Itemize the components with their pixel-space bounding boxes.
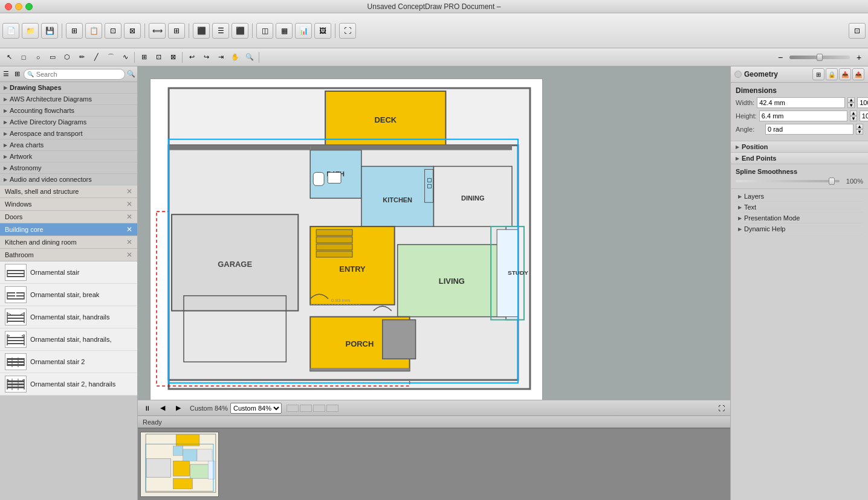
zoom-out-icon[interactable]: − — [774, 51, 787, 63]
insert-shape-button[interactable]: ◫ — [256, 23, 273, 39]
next-page-button[interactable]: ▶ — [172, 402, 185, 414]
search-input[interactable] — [24, 69, 125, 80]
undo-button[interactable]: ↩ — [185, 51, 198, 63]
position-section[interactable]: Position — [731, 141, 868, 153]
smoothness-thumb[interactable] — [829, 178, 835, 185]
height-down[interactable]: ▼ — [850, 116, 857, 121]
align-right-button[interactable]: ⬛ — [232, 23, 248, 39]
close-kitchen[interactable]: ✕ — [126, 238, 132, 246]
prev-page-button[interactable]: ◀ — [156, 402, 169, 414]
angle-down[interactable]: ▼ — [856, 129, 863, 135]
insert-table-button[interactable]: ▦ — [276, 23, 293, 39]
zoom-select[interactable]: Custom 84% 50% 75% 100% 150% — [230, 403, 282, 414]
page-nav-3[interactable] — [313, 405, 325, 412]
height-up[interactable]: ▲ — [850, 111, 857, 116]
insert-image-button[interactable]: 🖼 — [314, 23, 331, 39]
width-up[interactable]: ▲ — [847, 97, 855, 103]
page-nav-4[interactable] — [326, 405, 338, 412]
search-button[interactable]: 🔍 — [126, 68, 136, 80]
panel-list-view[interactable]: ☰ — [1, 68, 11, 80]
list-item[interactable]: Ornamental stair, break — [0, 284, 137, 306]
rp-icon-2[interactable]: 🔒 — [826, 68, 838, 80]
expand-button[interactable]: ⛶ — [714, 402, 728, 414]
list-item[interactable]: Ornamental stair, handrails — [0, 306, 137, 329]
subcategory-bathroom[interactable]: Bathroom ✕ — [0, 249, 137, 261]
line-tool[interactable]: ╱ — [89, 51, 103, 63]
new-doc-button[interactable]: 📄 — [2, 23, 19, 39]
zoom-slider[interactable] — [789, 56, 850, 59]
zoom-thumb[interactable] — [817, 54, 823, 61]
category-active-directory[interactable]: Active Directory Diagrams — [0, 117, 137, 128]
close-windows[interactable]: ✕ — [126, 200, 132, 208]
crop-tool[interactable]: ⊡ — [152, 51, 165, 63]
rounded-rect-tool[interactable]: ▭ — [46, 51, 59, 63]
copy-button[interactable]: ⊞ — [66, 23, 83, 39]
angle-stepper[interactable]: ▲ ▼ — [856, 124, 863, 135]
rp-icon-3[interactable]: 📥 — [839, 68, 851, 80]
category-area-charts[interactable]: Area charts — [0, 139, 137, 151]
pan-button[interactable]: ✋ — [228, 51, 242, 63]
width-stepper[interactable]: ▲ ▼ — [847, 97, 855, 108]
height-pct-input[interactable] — [860, 111, 868, 121]
width-input[interactable] — [757, 97, 845, 108]
layers-item[interactable]: Layers — [736, 191, 863, 202]
view-button[interactable]: ⊡ — [849, 23, 866, 39]
rp-icon-1[interactable]: ⊞ — [812, 68, 824, 80]
category-drawing-shapes[interactable]: Drawing Shapes — [0, 82, 137, 94]
category-artwork[interactable]: Artwork — [0, 151, 137, 162]
close-walls[interactable]: ✕ — [126, 187, 132, 196]
category-audio-video[interactable]: Audio and video connectors — [0, 174, 137, 185]
circle-tool[interactable]: ○ — [31, 51, 45, 63]
list-item[interactable]: Ornamental stair, handrails, — [0, 329, 137, 351]
flip-tool[interactable]: ⊠ — [166, 51, 180, 63]
pause-button[interactable]: ⏸ — [140, 402, 154, 414]
smoothness-slider[interactable] — [736, 180, 840, 182]
close-building-core[interactable]: ✕ — [126, 225, 132, 234]
bezier-tool[interactable]: ∿ — [118, 51, 132, 63]
select-tool[interactable]: ↖ — [2, 51, 16, 63]
category-astronomy[interactable]: Astronomy — [0, 162, 137, 174]
page-nav-2[interactable] — [300, 405, 312, 412]
subcategory-building-core[interactable]: Building core ✕ — [0, 223, 137, 236]
list-item[interactable]: Ornamental stair 2, handrails — [0, 373, 137, 396]
panel-grid-view[interactable]: ⊞ — [12, 68, 22, 80]
layout-button[interactable]: ⊞ — [168, 23, 185, 39]
angle-input[interactable] — [765, 124, 853, 135]
subcategory-kitchen[interactable]: Kitchen and dining room ✕ — [0, 236, 137, 249]
rp-icon-4[interactable]: 📤 — [852, 68, 864, 80]
close-doors[interactable]: ✕ — [126, 213, 132, 221]
height-input[interactable] — [759, 111, 847, 121]
zoom-in-tool[interactable]: 🔍 — [243, 51, 256, 63]
category-aws[interactable]: AWS Architecture Diagrams — [0, 94, 137, 105]
zoom-in-icon[interactable]: + — [852, 51, 866, 63]
canvas-scroll[interactable]: DECK BATH KITCHEN — [138, 66, 730, 400]
list-item[interactable]: Ornamental stair 2 — [0, 351, 137, 373]
rect-tool[interactable]: □ — [17, 51, 30, 63]
presentation-mode-item[interactable]: Presentation Mode — [736, 213, 863, 223]
text-item[interactable]: Text — [736, 202, 863, 213]
minimize-button[interactable] — [15, 3, 22, 10]
insert-chart-button[interactable]: 📊 — [295, 23, 312, 39]
scale-tool[interactable]: ⊞ — [137, 51, 151, 63]
connect-button[interactable]: ⟺ — [149, 23, 166, 39]
height-stepper[interactable]: ▲ ▼ — [850, 111, 857, 121]
page-nav-1[interactable] — [287, 405, 299, 412]
endpoints-section[interactable]: End Points — [731, 153, 868, 164]
width-down[interactable]: ▼ — [847, 103, 855, 108]
list-item[interactable]: Ornamental stair — [0, 261, 137, 284]
fullscreen-button[interactable]: ⛶ — [339, 23, 356, 39]
save-button[interactable]: 💾 — [41, 23, 58, 39]
close-bathroom[interactable]: ✕ — [126, 251, 132, 259]
align-left-button[interactable]: ⬛ — [193, 23, 210, 39]
subcategory-doors[interactable]: Doors ✕ — [0, 211, 137, 223]
category-aerospace[interactable]: Aerospace and transport — [0, 128, 137, 139]
subcategory-walls[interactable]: Walls, shell and structure ✕ — [0, 185, 137, 198]
angle-up[interactable]: ▲ — [856, 124, 863, 129]
paste-button[interactable]: 📋 — [85, 23, 102, 39]
polygon-tool[interactable]: ⬡ — [60, 51, 74, 63]
width-pct-input[interactable] — [857, 97, 868, 108]
redo-button[interactable]: ↪ — [199, 51, 213, 63]
fit-button[interactable]: ⇥ — [214, 51, 227, 63]
arc-tool[interactable]: ⌒ — [104, 51, 117, 63]
dynamic-help-item[interactable]: Dynamic Help — [736, 224, 863, 234]
